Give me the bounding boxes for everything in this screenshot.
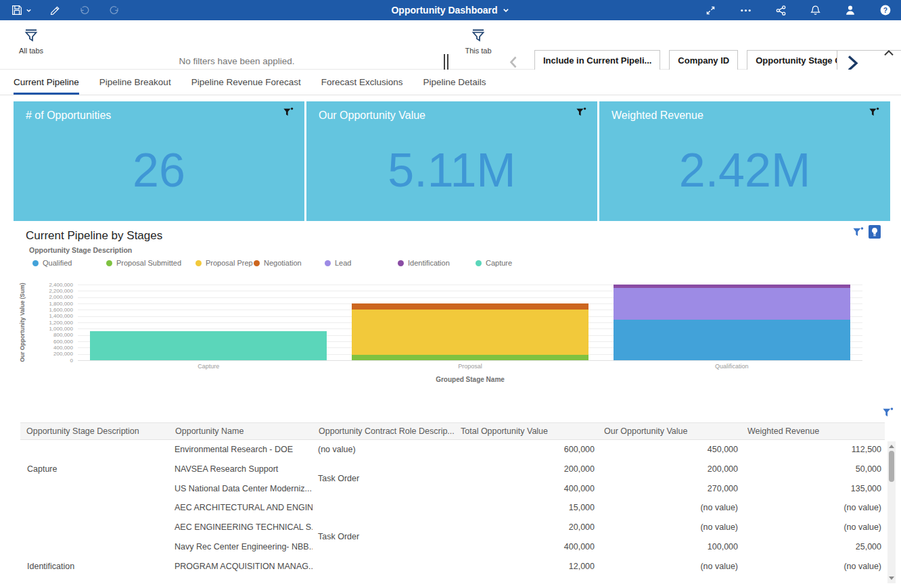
- table-scrollbar[interactable]: [887, 441, 896, 583]
- x-category-label: Proposal: [458, 363, 482, 370]
- notifications-button[interactable]: [806, 0, 825, 20]
- table-cell-total: 400,000: [455, 479, 598, 499]
- table-cell-total: 600,000: [455, 440, 598, 460]
- app-toolbar: Opportunity Dashboard: [0, 0, 901, 20]
- scroll-up-arrow-icon[interactable]: [889, 445, 894, 448]
- collapse-filter-bar-button[interactable]: [883, 47, 894, 59]
- filter-chip-label: Company ID: [670, 51, 737, 71]
- save-icon: [11, 4, 23, 16]
- chart-filter-button[interactable]: [852, 226, 864, 241]
- undo-button[interactable]: [74, 0, 95, 20]
- share-icon: [775, 5, 787, 16]
- table-cell-opportunity-name: PROGRAM ACQUISITION MANAG...: [169, 557, 313, 577]
- share-button[interactable]: [771, 0, 791, 20]
- tab-pipeline-details[interactable]: Pipeline Details: [423, 70, 486, 95]
- y-tick-label: 1,400,000: [14, 313, 73, 319]
- legend-item-proposal-submitted[interactable]: Proposal Submitted: [106, 259, 181, 267]
- filter-chip-label: Include in Current Pipeli...: [535, 51, 660, 70]
- legend-label: Lead: [335, 259, 351, 267]
- table-header-row: Opportunity Stage DescriptionOpportunity…: [20, 422, 885, 440]
- y-tick-label: 2,200,000: [14, 288, 73, 294]
- bar-segment-qualification-identification[interactable]: [614, 285, 850, 288]
- all-tabs-filter-button[interactable]: All tabs: [4, 28, 58, 55]
- tab-current-pipeline[interactable]: Current Pipeline: [14, 70, 79, 95]
- role-group-cell: Task Order: [313, 460, 455, 499]
- legend-item-proposal-prep[interactable]: Proposal Prep: [195, 259, 253, 267]
- legend-dot: [398, 260, 404, 266]
- table-cell-weighted: (no value): [741, 557, 885, 577]
- column-header-opportunity-stage-description[interactable]: Opportunity Stage Description: [20, 423, 169, 439]
- column-header-our-opportunity-value[interactable]: Our Opportunity Value: [598, 423, 741, 439]
- bar-segment-proposal-proposal-prep[interactable]: [352, 310, 588, 354]
- kpi-filter-button[interactable]: [576, 107, 586, 120]
- kpi-card-our-opportunity-value: Our Opportunity Value5.11M: [306, 101, 597, 221]
- kpi-card-weighted-revenue: Weighted Revenue2.42M: [599, 101, 890, 221]
- edit-pencil-button[interactable]: [45, 0, 65, 20]
- legend-label: Proposal Prep: [206, 259, 253, 267]
- legend-label: Proposal Submitted: [116, 259, 181, 267]
- filter-funnel-applied-icon: [882, 407, 894, 418]
- filter-funnel-icon: [24, 28, 39, 43]
- stage-group-cell: Identification: [20, 498, 169, 576]
- filter-chip-company-id[interactable]: Company ID: [669, 50, 738, 72]
- tab-pipeline-breakout[interactable]: Pipeline Breakout: [99, 70, 171, 95]
- tab-forecast-exclusions[interactable]: Forecast Exclusions: [321, 70, 403, 95]
- legend-item-identification[interactable]: Identification: [398, 259, 450, 267]
- column-header-opportunity-contract-role-descrip[interactable]: Opportunity Contract Role Descrip...: [313, 423, 455, 439]
- legend-label: Negotiation: [264, 259, 302, 267]
- column-header-total-opportunity-value[interactable]: Total Opportunity Value: [455, 423, 598, 439]
- redo-button[interactable]: [104, 0, 124, 20]
- table-cell-opportunity-name: AEC ENGINEERING TECHNICAL S...: [169, 518, 313, 537]
- splitter-handle[interactable]: [444, 54, 448, 70]
- legend-label: Capture: [486, 259, 512, 267]
- help-button[interactable]: ?: [875, 0, 896, 20]
- save-button[interactable]: [7, 0, 36, 20]
- tab-pipeline-revenue-forecast[interactable]: Pipeline Revenue Forecast: [191, 70, 301, 95]
- role-group-label: (no value): [313, 440, 455, 460]
- bar-segment-proposal-negotiation[interactable]: [352, 303, 588, 310]
- y-tick-label: 800,000: [14, 332, 73, 338]
- dashboard-title-menu[interactable]: Opportunity Dashboard: [391, 0, 509, 20]
- bar-segment-qualification-qualified[interactable]: [614, 320, 850, 360]
- svg-text:?: ?: [883, 7, 887, 14]
- column-header-opportunity-name[interactable]: Opportunity Name: [169, 423, 313, 439]
- filter-bar: All tabs No filters have been applied. T…: [0, 20, 901, 70]
- legend-dot: [325, 260, 331, 266]
- edit-pencil-icon: [49, 5, 61, 16]
- bar-segment-proposal-proposal-submitted[interactable]: [352, 355, 588, 360]
- table-cell-opportunity-name: NAVSEA Research Support: [169, 460, 313, 479]
- table-cell-total: 15,000: [455, 498, 598, 518]
- kpi-filter-button[interactable]: [283, 107, 294, 120]
- insights-button[interactable]: [869, 225, 881, 239]
- table-cell-opportunity-name: AEC ARCHITECTURAL AND ENGIN...: [169, 498, 313, 518]
- legend-item-lead[interactable]: Lead: [325, 259, 351, 267]
- role-group-cell: (no value): [313, 440, 455, 460]
- kpi-title: Our Opportunity Value: [319, 109, 425, 122]
- expand-button[interactable]: [701, 0, 720, 20]
- account-button[interactable]: [840, 0, 860, 20]
- x-category-label: Capture: [198, 363, 219, 370]
- scrollbar-thumb[interactable]: [889, 451, 894, 482]
- this-tab-filter-button[interactable]: This tab: [451, 28, 505, 55]
- legend-item-capture[interactable]: Capture: [476, 259, 512, 267]
- bar-segment-capture-capture[interactable]: [90, 331, 327, 360]
- table-cell-our: (no value): [598, 518, 741, 537]
- legend-item-negotiation[interactable]: Negotiation: [254, 259, 302, 267]
- table-filter-button[interactable]: [882, 407, 894, 421]
- filter-funnel-applied-icon: [576, 107, 586, 118]
- chart-widget: Current Pipeline by Stages Opportunity S…: [14, 224, 890, 393]
- x-axis-labels: CaptureProposalQualification: [78, 363, 862, 371]
- table-cell-total: 12,000: [455, 557, 598, 577]
- x-category-label: Qualification: [715, 363, 749, 370]
- kpi-filter-button[interactable]: [869, 107, 879, 120]
- kpi-card-of-opportunities: # of Opportunities26: [14, 101, 304, 221]
- more-options-icon: [739, 4, 752, 17]
- table-cell-opportunity-name: Environmental Research - DOE: [169, 440, 313, 460]
- table-cell-our: (no value): [598, 498, 741, 518]
- scroll-down-arrow-icon[interactable]: [889, 577, 894, 580]
- more-options-button[interactable]: [735, 0, 756, 20]
- bar-segment-qualification-lead[interactable]: [614, 288, 850, 320]
- notifications-bell-icon: [810, 5, 821, 16]
- column-header-weighted-revenue[interactable]: Weighted Revenue: [741, 423, 885, 439]
- chart-plot-area: [78, 285, 862, 360]
